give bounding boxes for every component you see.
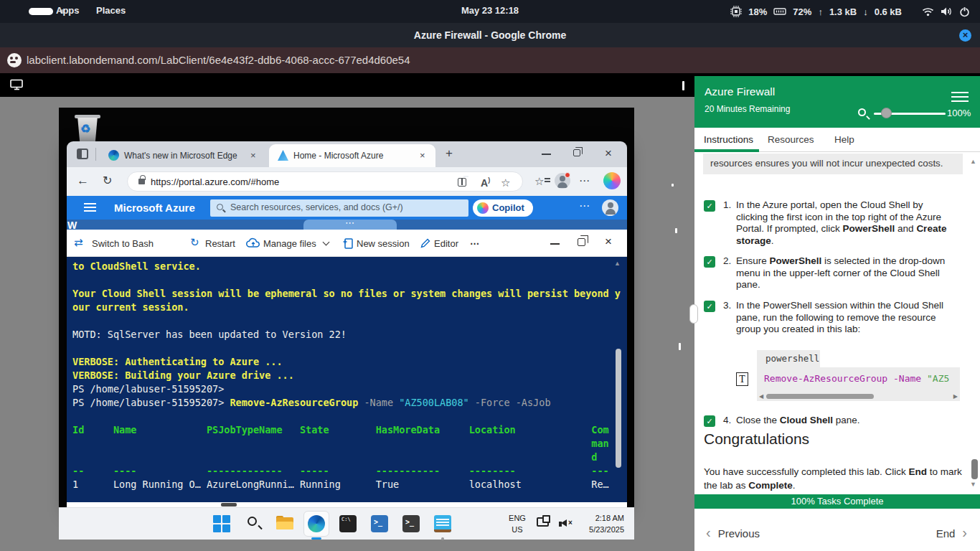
editor-icon[interactable] bbox=[420, 237, 431, 249]
cloudshell-drag-bar[interactable]: ⋯ bbox=[67, 220, 627, 230]
portal-avatar[interactable] bbox=[602, 199, 618, 216]
switch-to-bash-button[interactable]: Switch to Bash bbox=[92, 238, 154, 249]
panel-scroll-up-icon[interactable]: ▲ bbox=[970, 158, 976, 165]
edge-taskbar-active[interactable] bbox=[303, 511, 329, 537]
previous-button[interactable]: ‹Previous bbox=[706, 524, 760, 541]
cloudshell-restore-icon[interactable] bbox=[578, 238, 585, 246]
azure-copilot-button[interactable]: Copilot bbox=[473, 199, 533, 217]
end-button[interactable]: End› bbox=[936, 524, 967, 541]
windows-taskbar: C:\ >_ >_ ENGUS × 2:18 AM5/23/2025 bbox=[59, 507, 634, 540]
cmd-icon[interactable]: C:\ bbox=[339, 515, 357, 532]
code-block[interactable]: Remove-AzResourceGroup -Name "AZ5 bbox=[757, 367, 960, 392]
hscrollbar-thumb[interactable] bbox=[221, 503, 237, 507]
code-scrollbar-thumb[interactable] bbox=[766, 394, 874, 399]
start-button[interactable] bbox=[213, 515, 230, 532]
manage-files-icon[interactable] bbox=[246, 237, 260, 248]
site-info-icon[interactable] bbox=[7, 53, 22, 67]
zoom-slider-knob[interactable] bbox=[881, 108, 892, 118]
tab-instructions[interactable]: Instructions bbox=[704, 134, 753, 145]
terminal-icon[interactable]: >_ bbox=[402, 515, 420, 532]
back-icon[interactable]: ← bbox=[77, 174, 89, 188]
volume-icon[interactable] bbox=[941, 6, 953, 17]
edge-restore-button[interactable] bbox=[573, 149, 580, 156]
powershell-icon[interactable]: >_ bbox=[371, 515, 388, 532]
new-session-icon[interactable] bbox=[343, 237, 354, 250]
panel-scrollbar-thumb[interactable] bbox=[971, 459, 978, 479]
cloudshell-more-icon[interactable]: ⋯ bbox=[470, 238, 480, 249]
favorites-list-icon[interactable]: ☆ bbox=[534, 175, 544, 188]
tray-volume-muted-icon[interactable]: × bbox=[558, 517, 574, 530]
zoom-search-icon[interactable] bbox=[858, 108, 866, 116]
page-fragment-text: W bbox=[67, 220, 77, 231]
edge-close-button[interactable]: × bbox=[605, 146, 612, 161]
terminal-scrollbar-thumb[interactable] bbox=[616, 349, 621, 468]
read-aloud-icon[interactable]: A) bbox=[481, 176, 490, 189]
edge-tab-azure-home[interactable]: Home - Microsoft Azure × bbox=[269, 144, 435, 167]
file-explorer-icon[interactable] bbox=[276, 515, 293, 532]
terminal-scroll-up-icon[interactable]: ▲ bbox=[614, 260, 621, 267]
tab-close-icon[interactable]: × bbox=[250, 150, 256, 161]
recycle-glyph: ♻ bbox=[80, 122, 90, 136]
cloudshell-drag-handle[interactable]: ⋯ bbox=[303, 220, 397, 230]
taskbar-search-icon[interactable] bbox=[246, 515, 263, 532]
code-hscrollbar[interactable]: ◀ ▶ bbox=[757, 392, 960, 401]
edge-url-input[interactable]: https://portal.azure.com/#home A) ☆ bbox=[127, 171, 523, 192]
portal-menu-icon[interactable] bbox=[84, 203, 96, 204]
step-checkbox-checked[interactable]: ✓ bbox=[704, 200, 715, 212]
machine-monitor-icon[interactable] bbox=[10, 79, 24, 90]
language-indicator[interactable]: ENGUS bbox=[505, 512, 529, 535]
tab-resources[interactable]: Resources bbox=[768, 134, 814, 145]
tray-network-icon[interactable] bbox=[537, 517, 549, 527]
copilot-icon[interactable] bbox=[603, 172, 621, 189]
step-checkbox-checked[interactable]: ✓ bbox=[704, 301, 715, 312]
tab-close-icon[interactable]: × bbox=[420, 150, 425, 161]
cloudshell-close-icon[interactable]: × bbox=[605, 235, 612, 249]
manage-files-button[interactable]: Manage files bbox=[263, 238, 316, 249]
new-tab-button[interactable]: + bbox=[446, 146, 453, 161]
browser-address-bar[interactable]: labclient.labondemand.com/LabClient/6e4e… bbox=[0, 47, 980, 73]
split-screen-icon[interactable] bbox=[458, 178, 466, 187]
manage-files-caret-icon[interactable] bbox=[323, 239, 330, 246]
recycle-bin-icon[interactable]: ♻ bbox=[75, 113, 100, 143]
step-checkbox-checked[interactable]: ✓ bbox=[704, 256, 715, 268]
note-callout: resources ensures you will not incur une… bbox=[703, 154, 963, 174]
tab-help[interactable]: Help bbox=[834, 134, 854, 145]
cloudshell-hscrollbar[interactable] bbox=[67, 502, 627, 507]
editor-button[interactable]: Editor bbox=[434, 238, 458, 249]
code-text[interactable]: Remove-AzResourceGroup -Name "AZ5 bbox=[764, 373, 949, 384]
scroll-right-icon[interactable]: ▶ bbox=[953, 393, 958, 400]
vm-screen[interactable]: ♻ What's new in Microsoft Edge × Home - … bbox=[59, 108, 634, 540]
taskbar-clock[interactable]: 2:18 AM5/23/2025 bbox=[573, 512, 624, 535]
edge-tab-whats-new[interactable]: What's new in Microsoft Edge × bbox=[100, 144, 266, 167]
scroll-left-icon[interactable]: ◀ bbox=[759, 393, 763, 400]
edge-menu-icon[interactable]: ⋯ bbox=[579, 174, 590, 187]
restart-button[interactable]: Restart bbox=[205, 238, 235, 249]
url-text[interactable]: labclient.labondemand.com/LabClient/6e4e… bbox=[27, 54, 410, 66]
edge-address-row: ← ↻ https://portal.azure.com/#home A) ☆ … bbox=[67, 167, 627, 196]
cloudshell-terminal[interactable]: to CloudShell service. Your Cloud Shell … bbox=[67, 257, 627, 502]
portal-more-icon[interactable]: ⋯ bbox=[579, 199, 590, 212]
edge-minimize-button[interactable] bbox=[542, 154, 551, 155]
panel-splitter-handle[interactable] bbox=[689, 304, 698, 324]
instructions-content[interactable]: resources ensures you will not incur une… bbox=[694, 152, 980, 494]
window-close-button[interactable]: × bbox=[959, 29, 971, 42]
notepad-icon[interactable] bbox=[434, 515, 451, 532]
restart-icon[interactable]: ↻ bbox=[190, 236, 199, 249]
tab-workspaces-icon[interactable] bbox=[77, 149, 88, 159]
page-url[interactable]: https://portal.azure.com/#home bbox=[151, 176, 279, 187]
type-text-icon[interactable]: T bbox=[736, 372, 748, 386]
system-tray[interactable]: 18% 72% ↑ 1.3 kB ↓ 0.6 kB bbox=[730, 0, 970, 23]
favorite-star-icon[interactable]: ☆ bbox=[501, 176, 510, 189]
wifi-icon[interactable] bbox=[922, 7, 934, 17]
azure-search-input[interactable]: Search resources, services, and docs (G+… bbox=[210, 199, 468, 217]
panel-scroll-down-icon[interactable]: ▼ bbox=[970, 481, 976, 488]
switch-shell-icon[interactable]: ⇄ bbox=[74, 236, 83, 249]
cloudshell-minimize-icon[interactable] bbox=[550, 243, 560, 245]
panel-menu-icon[interactable] bbox=[951, 92, 969, 93]
refresh-icon[interactable]: ↻ bbox=[103, 174, 112, 187]
power-icon[interactable] bbox=[959, 6, 970, 17]
azure-brand[interactable]: Microsoft Azure bbox=[114, 202, 195, 214]
new-session-button[interactable]: New session bbox=[357, 238, 410, 249]
connection-signal-icon[interactable] bbox=[672, 80, 686, 90]
step-checkbox-checked[interactable]: ✓ bbox=[704, 415, 715, 427]
